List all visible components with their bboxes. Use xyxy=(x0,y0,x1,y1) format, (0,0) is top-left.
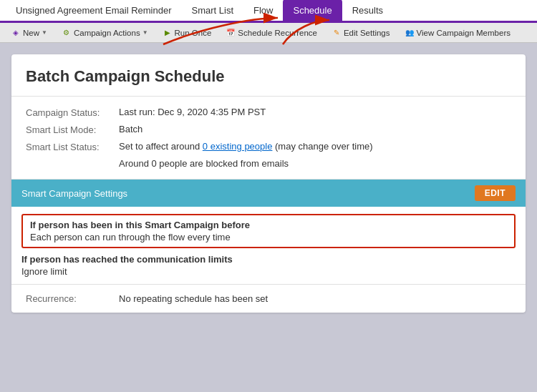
campaign-title[interactable]: Unsigned Agreement Email Reminder xyxy=(6,0,182,22)
main-content: Batch Campaign Schedule Campaign Status:… xyxy=(0,43,537,324)
campaign-status-value: Last run: Dec 9, 2020 4:35 PM PST xyxy=(119,107,266,117)
smart-list-status-value: Set to affect around 0 existing people (… xyxy=(119,141,373,152)
edit-settings-icon: ✎ xyxy=(332,28,342,38)
campaign-info-section: Campaign Status: Last run: Dec 9, 2020 4… xyxy=(11,97,526,180)
existing-people-link[interactable]: 0 existing people xyxy=(203,141,273,152)
nav-item-flow[interactable]: Flow xyxy=(243,0,283,22)
smart-list-mode-row: Smart List Mode: Batch xyxy=(26,124,511,135)
actions-caret: ▼ xyxy=(142,29,148,36)
nav-item-schedule[interactable]: Schedule xyxy=(283,0,342,22)
nav-item-results[interactable]: Results xyxy=(342,0,393,22)
new-icon: ◈ xyxy=(11,28,21,38)
campaign-status-row: Campaign Status: Last run: Dec 9, 2020 4… xyxy=(26,107,511,118)
blocked-row: Around 0 people are blocked from emails xyxy=(26,158,511,169)
edit-button[interactable]: EDIT xyxy=(475,185,516,201)
blocked-value: Around 0 people are blocked from emails xyxy=(119,158,289,169)
setting1-title: If person has been in this Smart Campaig… xyxy=(30,220,507,230)
recurrence-section: Recurrence: No repeating schedule has be… xyxy=(11,285,526,313)
run-once-icon: ▶ xyxy=(163,28,173,38)
smart-list-mode-label: Smart List Mode: xyxy=(26,124,119,135)
schedule-recurrence-icon: 📅 xyxy=(226,28,236,38)
setting2-block: If person has reached the communication … xyxy=(21,254,516,277)
setting1-value: Each person can run through the flow eve… xyxy=(30,232,507,242)
smart-list-status-row: Smart List Status: Set to affect around … xyxy=(26,141,511,152)
view-members-icon: 👥 xyxy=(405,28,415,38)
settings-body: If person has been in this Smart Campaig… xyxy=(11,207,526,284)
new-button[interactable]: ◈ New ▼ xyxy=(4,25,54,41)
setting-highlight-block: If person has been in this Smart Campaig… xyxy=(21,214,516,248)
view-campaign-members-button[interactable]: 👥 View Campaign Members xyxy=(398,25,517,41)
run-once-button[interactable]: ▶ Run Once xyxy=(156,25,218,41)
settings-section: Smart Campaign Settings EDIT If person h… xyxy=(11,180,526,285)
campaign-actions-button[interactable]: ⚙ Campaign Actions ▼ xyxy=(55,25,155,41)
nav-item-smart-list[interactable]: Smart List xyxy=(182,0,244,22)
recurrence-label: Recurrence: xyxy=(26,293,119,304)
campaign-actions-icon: ⚙ xyxy=(62,28,72,38)
settings-header: Smart Campaign Settings EDIT xyxy=(11,180,526,207)
settings-header-label: Smart Campaign Settings xyxy=(21,188,127,199)
new-caret: ▼ xyxy=(42,29,47,36)
nav-wrapper: Unsigned Agreement Email Reminder Smart … xyxy=(0,0,537,43)
smart-list-status-label: Smart List Status: xyxy=(26,141,119,152)
top-nav: Unsigned Agreement Email Reminder Smart … xyxy=(0,0,537,23)
edit-settings-button[interactable]: ✎ Edit Settings xyxy=(325,25,397,41)
page-title: Batch Campaign Schedule xyxy=(11,54,526,97)
smart-list-mode-value: Batch xyxy=(119,124,142,134)
toolbar: ◈ New ▼ ⚙ Campaign Actions ▼ ▶ Run Once … xyxy=(0,23,537,43)
setting2-value: Ignore limit xyxy=(21,266,516,277)
campaign-status-label: Campaign Status: xyxy=(26,107,119,118)
recurrence-value: No repeating schedule has been set xyxy=(119,293,268,304)
page-card: Batch Campaign Schedule Campaign Status:… xyxy=(11,54,526,313)
recurrence-row: Recurrence: No repeating schedule has be… xyxy=(26,293,511,304)
setting2-title: If person has reached the communication … xyxy=(21,254,516,265)
schedule-recurrence-button[interactable]: 📅 Schedule Recurrence xyxy=(219,25,324,41)
